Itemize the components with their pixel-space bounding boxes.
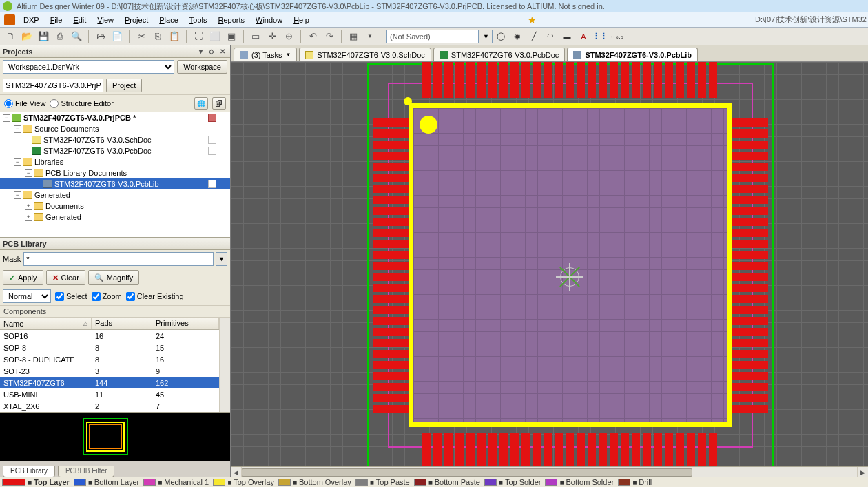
project-button[interactable]: Project	[106, 79, 142, 92]
projects-panel-header[interactable]: Projects ▾ ◇ ✕	[0, 45, 230, 58]
layer-bottom-paste[interactable]: ■ Bottom Paste	[414, 478, 480, 486]
mask-input[interactable]	[23, 252, 214, 266]
grid-scrollbar[interactable]	[219, 318, 230, 412]
tree-pcblibdocs[interactable]: −PCB Library Documents	[0, 167, 230, 178]
tab-pcb-library[interactable]: PCB Library	[3, 466, 55, 477]
clear-button[interactable]: ✕Clear	[46, 270, 85, 285]
dimension-icon[interactable]: ↔₀.₀	[610, 30, 623, 43]
tree-gen-gen[interactable]: +Generated	[0, 211, 230, 222]
layer-bottom[interactable]: ■ Bottom Layer	[74, 478, 139, 486]
grid-icon[interactable]: ▦	[346, 29, 361, 44]
menu-window[interactable]: Window	[250, 14, 288, 25]
layer-top-solder[interactable]: ■ Top Solder	[484, 478, 541, 486]
file-view-radio[interactable]: File View	[4, 99, 45, 108]
footprint-preview[interactable]	[0, 413, 230, 461]
structure-editor-radio[interactable]: Structure Editor	[50, 99, 113, 108]
table-row[interactable]: SOP-8 - DUPLICATE816	[0, 353, 219, 365]
layer-bar[interactable]: ■ Top Layer ■ Bottom Layer ■ Mechanical …	[0, 477, 868, 487]
panel-pin-icon[interactable]: ◇	[207, 47, 216, 56]
paste-icon[interactable]: 📋	[167, 29, 182, 44]
layer-top-overlay[interactable]: ■ Top Overlay	[213, 478, 274, 486]
tab-tasks[interactable]: (3) Tasks ▼	[234, 48, 297, 61]
panel-close-icon[interactable]: ✕	[218, 47, 227, 56]
project-field[interactable]	[3, 79, 103, 92]
tab-schdoc[interactable]: STM32F407ZGT6-V3.0.SchDoc	[299, 48, 431, 61]
new-file-icon[interactable]: 🗋	[3, 29, 18, 44]
scroll-left-icon[interactable]: ◀	[231, 467, 242, 477]
layer-top-paste[interactable]: ■ Top Paste	[355, 478, 410, 486]
canvas-hscroll[interactable]: ◀ ▶	[231, 466, 868, 477]
menu-dxp[interactable]: DXP	[18, 14, 45, 25]
copy-icon[interactable]: ⎘	[150, 29, 165, 44]
redo-icon[interactable]: ↷	[322, 29, 337, 44]
sort-asc-icon[interactable]: △	[83, 320, 87, 327]
layer-top[interactable]: ■ Top Layer	[2, 478, 70, 486]
array-icon[interactable]: ⋮⋮	[593, 30, 607, 43]
workspace-button[interactable]: Workspace	[177, 60, 227, 74]
pcb-canvas[interactable]	[231, 62, 868, 466]
select-checkbox[interactable]: Select	[55, 292, 87, 301]
magnify-button[interactable]: 🔍Magnify	[88, 270, 140, 285]
tree-generated[interactable]: −Generated	[0, 189, 230, 200]
track-icon[interactable]: ╱	[527, 30, 541, 43]
menu-project[interactable]: Project	[119, 14, 154, 25]
tree-libraries[interactable]: −Libraries	[0, 156, 230, 167]
favorite-icon[interactable]: ★	[528, 14, 537, 25]
layer-mech1[interactable]: ■ Mechanical 1	[143, 478, 209, 486]
via-icon[interactable]: ◉	[510, 30, 524, 43]
layer-bottom-overlay[interactable]: ■ Bottom Overlay	[278, 478, 351, 486]
menu-help[interactable]: Help	[288, 14, 315, 25]
table-row[interactable]: STM32F407ZGT6144162	[0, 377, 219, 388]
menu-file[interactable]: File	[45, 14, 68, 25]
table-row[interactable]: XTAL_2X627	[0, 400, 219, 412]
mask-dd-icon[interactable]: ▼	[216, 252, 227, 266]
clear-existing-checkbox[interactable]: Clear Existing	[126, 292, 184, 301]
filter-mode-select[interactable]: Normal	[3, 289, 51, 303]
save-icon[interactable]: 💾	[36, 29, 51, 44]
preview-icon[interactable]: 🔍	[69, 29, 84, 44]
dxp-icon[interactable]	[4, 14, 15, 25]
tab-pcbdoc[interactable]: STM32F407ZGT6-V3.0.PcbDoc	[433, 48, 566, 61]
print-icon[interactable]: ⎙	[52, 29, 68, 44]
menu-place[interactable]: Place	[154, 14, 184, 25]
cursor-icon[interactable]: ✛	[265, 29, 280, 44]
open-project-icon[interactable]: 🗁	[93, 29, 108, 44]
table-row[interactable]: SOT-2339	[0, 365, 219, 377]
zoom-checkbox[interactable]: Zoom	[92, 292, 122, 301]
zoom-select-icon[interactable]: ▣	[224, 29, 239, 44]
layout-select[interactable]: (Not Saved)	[386, 30, 479, 43]
menu-edit[interactable]: Edit	[68, 14, 92, 25]
components-grid[interactable]: Name△ Pads Primitives SOP161624SOP-8815S…	[0, 318, 230, 413]
options-icon[interactable]: 🗐	[212, 97, 226, 110]
layer-drill[interactable]: ■ Drill	[618, 478, 652, 486]
fit-page-icon[interactable]: ▭	[248, 29, 263, 44]
table-row[interactable]: USB-MINI1145	[0, 388, 219, 400]
scroll-right-icon[interactable]: ▶	[857, 467, 868, 477]
tree-gen-docs[interactable]: +Documents	[0, 200, 230, 211]
layer-bottom-solder[interactable]: ■ Bottom Solder	[545, 478, 614, 486]
tree-pcblib[interactable]: STM32F407ZGT6-V3.0.PcbLib	[0, 178, 230, 189]
tab-pcblib[interactable]: STM32F407ZGT6-V3.0.PcbLib	[567, 48, 698, 61]
zoom-fit-icon[interactable]: ⬜	[207, 29, 223, 44]
grid-header[interactable]: Name△ Pads Primitives	[0, 318, 219, 330]
layout-select-dd-icon[interactable]: ▼	[480, 30, 493, 43]
cut-icon[interactable]: ✂	[134, 29, 149, 44]
tree-source-docs[interactable]: −Source Documents	[0, 123, 230, 134]
string-icon[interactable]: A	[577, 30, 590, 43]
arc-icon[interactable]: ◠	[544, 30, 557, 43]
fill-icon[interactable]: ▬	[560, 30, 574, 43]
pad-icon[interactable]: ◯	[494, 30, 508, 43]
open-file-icon[interactable]: 📂	[19, 29, 34, 44]
menu-view[interactable]: View	[92, 14, 119, 25]
scroll-thumb[interactable]	[242, 468, 692, 477]
table-row[interactable]: SOP-8815	[0, 342, 219, 353]
refresh-icon[interactable]: 🌐	[194, 97, 208, 110]
tab-pcblib-filter[interactable]: PCBLIB Filter	[58, 466, 115, 477]
apply-button[interactable]: ✓Apply	[3, 270, 43, 285]
workspace-select[interactable]: Workspace1.DsnWrk	[3, 60, 174, 74]
pcb-library-header[interactable]: PCB Library	[0, 238, 230, 250]
panel-dropdown-icon[interactable]: ▾	[196, 47, 205, 56]
tree-pcbdoc[interactable]: STM32F407ZGT6-V3.0.PcbDoc	[0, 145, 230, 156]
undo-icon[interactable]: ↶	[305, 29, 320, 44]
grid-dd-icon[interactable]: ▼	[362, 29, 378, 44]
